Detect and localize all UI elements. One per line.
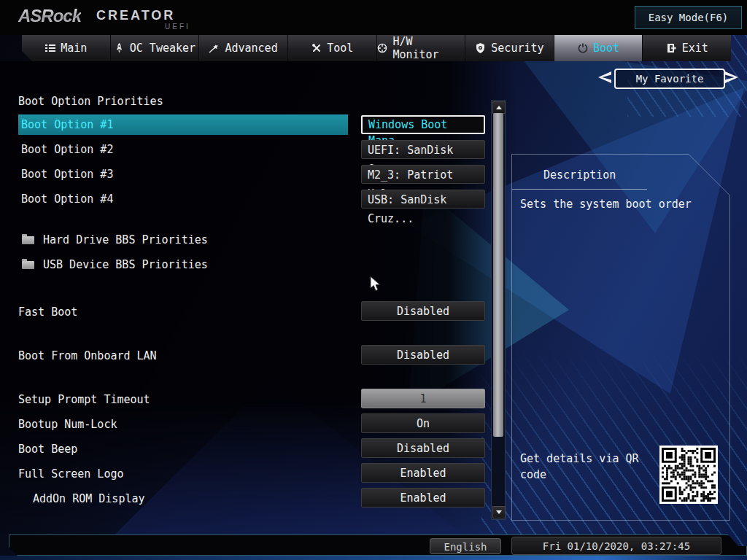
- bootup-num-lock-value[interactable]: On: [361, 413, 485, 433]
- triangle-up-icon: [496, 106, 502, 109]
- tab-label: OC Tweaker: [130, 42, 196, 55]
- tab-oc-tweaker[interactable]: OC Tweaker: [111, 35, 200, 61]
- power-icon: [577, 43, 588, 54]
- datetime-display: Fri 01/10/2020, 03:27:45: [511, 537, 721, 555]
- qr-code: [659, 446, 718, 504]
- tab-label: Security: [491, 42, 543, 55]
- boot-option-3-row[interactable]: Boot Option #3: [18, 164, 348, 184]
- tab-label: Main: [61, 42, 87, 55]
- tab-label: Boot: [593, 42, 619, 55]
- uefi-wordmark: UEFI: [165, 23, 190, 31]
- language-button[interactable]: English: [430, 538, 501, 554]
- triangle-down-icon: [496, 510, 502, 514]
- description-panel: Description Sets the system boot order G…: [511, 154, 730, 521]
- uefi-screen: ASRock CREATOR UEFI Easy Mode(F6) Main O…: [0, 0, 747, 560]
- folder-icon: [22, 236, 34, 244]
- section-title: Boot Option Priorities: [18, 95, 163, 108]
- scrollbar[interactable]: [491, 100, 506, 520]
- footer-bar: English Fri 01/10/2020, 03:27:45: [9, 534, 747, 556]
- chevron-left-icon: [598, 71, 611, 83]
- qr-caption: Get details via QR code: [520, 451, 659, 483]
- boot-option-2-value[interactable]: UEFI: SanDisk Cru...: [361, 140, 485, 159]
- boot-option-1-value[interactable]: Windows Boot Mana...: [361, 115, 485, 134]
- my-favorite-button[interactable]: My Favorite: [598, 69, 738, 88]
- full-screen-logo-value[interactable]: Enabled: [361, 463, 485, 483]
- bootup-num-lock-label: Bootup Num-Lock: [18, 418, 117, 431]
- list-icon: [44, 43, 55, 54]
- boot-from-onboard-lan-label: Boot From Onboard LAN: [18, 349, 157, 362]
- setup-prompt-timeout-label: Setup Prompt Timeout: [18, 393, 150, 406]
- tab-label: Tool: [327, 42, 353, 55]
- tab-label: Advanced: [225, 42, 277, 55]
- tab-exit[interactable]: Exit: [643, 35, 731, 61]
- hard-drive-bbs-priorities-item[interactable]: Hard Drive BBS Priorities: [22, 233, 208, 246]
- fast-boot-label: Fast Boot: [18, 306, 77, 319]
- boot-option-3-value[interactable]: M2_3: Patriot Hel...: [361, 165, 485, 184]
- scrollbar-thumb[interactable]: [493, 113, 503, 437]
- tab-label: Exit: [682, 42, 708, 55]
- boot-option-4-row[interactable]: Boot Option #4: [18, 189, 348, 209]
- fast-boot-value[interactable]: Disabled: [361, 301, 485, 321]
- addon-rom-display-label: AddOn ROM Display: [33, 492, 145, 505]
- asrock-logo: ASRock: [18, 6, 81, 26]
- boot-option-4-value[interactable]: USB: SanDisk Cruz...: [361, 190, 485, 209]
- setup-prompt-timeout-value[interactable]: 1: [361, 389, 485, 408]
- description-title: Description: [543, 168, 616, 182]
- chevron-right-icon: [725, 71, 738, 83]
- rocket-icon: [114, 43, 125, 54]
- folder-label: USB Device BBS Priorities: [43, 258, 208, 271]
- tab-boot[interactable]: Boot: [554, 35, 643, 61]
- folder-label: Hard Drive BBS Priorities: [43, 233, 208, 246]
- tab-main[interactable]: Main: [22, 35, 111, 61]
- creator-wordmark: CREATOR: [96, 8, 175, 23]
- easy-mode-button[interactable]: Easy Mode(F6): [635, 6, 742, 29]
- gauge-icon: [377, 43, 388, 54]
- description-separator: [512, 189, 647, 190]
- boot-beep-label: Boot Beep: [18, 443, 77, 456]
- boot-option-2-row[interactable]: Boot Option #2: [18, 139, 348, 160]
- tools-icon: [311, 43, 322, 54]
- boot-option-1-row[interactable]: Boot Option #1: [18, 114, 348, 135]
- tab-hw-monitor[interactable]: H/W Monitor: [377, 35, 466, 61]
- shield-icon: [475, 43, 486, 54]
- boot-from-onboard-lan-value[interactable]: Disabled: [361, 345, 485, 365]
- tab-security[interactable]: Security: [465, 35, 554, 61]
- bottom-accent-strip: [0, 556, 747, 560]
- addon-rom-display-value[interactable]: Enabled: [361, 488, 485, 508]
- tab-tool[interactable]: Tool: [288, 35, 377, 61]
- tab-label: H/W Monitor: [392, 35, 465, 61]
- star-wand-icon: [209, 43, 220, 54]
- mouse-cursor: [370, 276, 382, 292]
- scroll-up-button[interactable]: [492, 101, 506, 114]
- description-text: Sets the system boot order: [520, 198, 692, 211]
- boot-beep-value[interactable]: Disabled: [361, 438, 485, 458]
- full-screen-logo-label: Full Screen Logo: [18, 467, 124, 481]
- my-favorite-label: My Favorite: [614, 69, 725, 89]
- folder-icon: [22, 261, 34, 269]
- scroll-down-button[interactable]: [492, 506, 506, 518]
- tab-advanced[interactable]: Advanced: [199, 35, 288, 61]
- usb-device-bbs-priorities-item[interactable]: USB Device BBS Priorities: [22, 258, 208, 271]
- exit-door-icon: [666, 43, 677, 54]
- header-bar: ASRock CREATOR UEFI Easy Mode(F6): [0, 0, 747, 35]
- nav-tabbar: Main OC Tweaker Advanced Tool H/W Monito…: [22, 35, 731, 61]
